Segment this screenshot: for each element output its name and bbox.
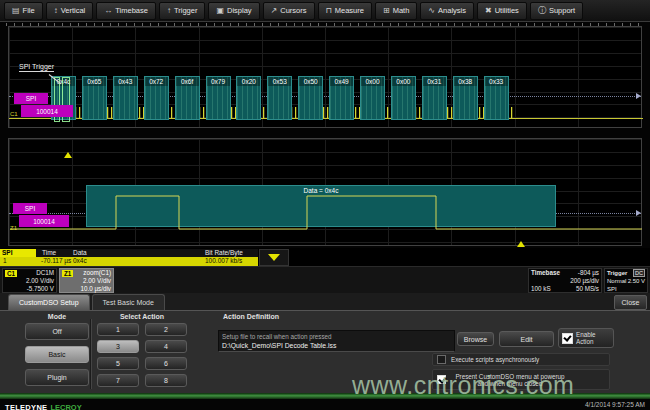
action-button[interactable]: 5 [97,357,139,370]
menu-item[interactable]: ↕ Vertical [46,2,94,20]
enable-action-control[interactable]: Enable Action [558,328,614,348]
mode-button[interactable]: Off [25,323,89,340]
present-menu-row[interactable]: Present CustomDSO menu at powerup and wh… [432,369,610,390]
timebase-descriptor[interactable]: Timebase-804 µs 200 µs/div 100 kS50 MS/s [528,268,602,293]
zoom-position-marker[interactable] [517,241,525,247]
execute-scripts-checkbox[interactable] [437,355,446,364]
trigger-mode: Normal [607,277,626,285]
dialog-tab[interactable]: CustomDSO Setup [8,294,90,310]
setup-file-field[interactable]: Setup file to recall when action pressed… [218,330,455,352]
spi-decode-byte: 0x31 [422,76,447,120]
action-button-grid: 12345678 [97,323,187,387]
present-menu-checkbox[interactable] [437,375,446,384]
spi-channel-id-badge[interactable]: 100014 [19,215,69,227]
menu-item[interactable]: ⊞ Math [375,2,417,20]
spi-decode-byte: 0x43 [113,76,138,120]
c1-offset: -5.7500 V [27,285,54,293]
action-button[interactable]: 6 [145,357,187,370]
menu-bar: ▤ File ↕ Vertical ↔ Timebase ↑ Trigger ▣… [0,0,650,22]
mode-section-title: Mode [25,313,89,320]
mode-button[interactable]: Basic [25,346,89,363]
close-button[interactable]: Close [614,295,647,310]
main-grid[interactable]: SPI Trigger 0x4c0x650x430x720x6f0x790x20… [8,26,642,128]
menu-item[interactable]: ⊓ Measure [318,2,372,20]
action-button[interactable]: 8 [145,374,187,387]
col-bitrate: Bit Rate/Byte [205,249,243,257]
descriptor-bar: C1DC1M 2.00 V/div -5.7500 V Z1zoom(C1) 2… [0,266,650,294]
decode-table-collapse-button[interactable] [259,249,289,266]
zoom-waveform-trace [9,139,643,247]
menu-label: Math [393,6,410,15]
menu-icon: ↑ [167,7,171,15]
dialog-tab[interactable]: Test Basic Mode [92,294,165,310]
spi-decode-byte: 0x6f [175,76,200,120]
menu-item[interactable]: ↗ Cursors [263,2,315,20]
c1-coupling: DC1M [36,269,54,277]
browse-button[interactable]: Browse [457,332,494,346]
spi-decode-byte: 0x00 [391,76,416,120]
edit-button[interactable]: Edit [499,331,554,347]
trigger-coupling-badge: DC [633,269,645,277]
decode-table-row[interactable]: 1 -70.117 µs 0x4c 100.007 kb/s [0,257,258,266]
menu-icon: ⊓ [326,7,332,15]
spi-channel-badge[interactable]: SPI [14,93,48,104]
z1-descriptor[interactable]: Z1zoom(C1) 2.00 V/div 10.0 µs/div [59,268,114,293]
action-button[interactable]: 2 [145,323,187,336]
status-bar: TELEDYNELECROY 4/1/2014 9:57:25 AM [0,399,650,410]
action-button[interactable]: 4 [145,340,187,353]
menu-item[interactable]: ▣ Display [208,2,259,20]
spi-channel-id-badge[interactable]: 100014 [21,105,73,117]
menu-label: Utilities [495,6,519,15]
menu-item[interactable]: ∿ Analysis [420,2,474,20]
menu-label: Cursors [280,6,306,15]
spi-decode-byte: 0x53 [267,76,292,120]
brand-lecroy: LECROY [50,403,81,410]
c1-descriptor[interactable]: C1DC1M 2.00 V/div -5.7500 V [2,268,57,293]
menu-label: Vertical [61,6,86,15]
zoom-grid[interactable]: Data = 0x4c SPI 100014 Z1 [8,138,642,246]
spi-decode-byte: 0x20 [236,76,261,120]
menu-item[interactable]: ↔ Timebase [96,2,156,20]
execute-scripts-row[interactable]: Execute scripts asynchronously [432,353,610,366]
menu-label: Timebase [115,6,148,15]
decode-table-channel-tag[interactable]: SPI [0,249,36,257]
row-data: 0x4c [73,257,87,265]
z1-ground-marker[interactable]: Z1 [10,225,17,231]
customdso-dialog: CustomDSO SetupTest Basic Mode Close Mod… [0,293,650,393]
spi-channel-badge[interactable]: SPI [13,203,47,214]
trigger-title: Trigger [607,269,627,277]
menu-item[interactable]: ⓘ Support [530,2,583,20]
menu-label: Display [227,6,252,15]
clock: 4/1/2014 9:57:25 AM [585,401,645,408]
timebase-delay: -804 µs [578,269,599,277]
menu-icon: ▣ [216,7,224,15]
waveform-display: SPI Trigger 0x4c0x650x430x720x6f0x790x20… [0,22,650,248]
z1-tag: Z1 [62,270,73,277]
action-button[interactable]: 1 [97,323,139,336]
enable-action-label: Enable Action [576,331,610,345]
menu-item[interactable]: ▤ File [4,2,43,20]
timebase-rate: 50 MS/s [576,285,599,293]
col-time: Time [42,249,56,257]
trigger-descriptor[interactable]: TriggerDC Normal2.50 V SPI [604,268,648,293]
mode-button[interactable]: Plugin [25,369,89,386]
action-button[interactable]: 7 [97,374,139,387]
spi-decode-row: 0x4c0x650x430x720x6f0x790x200x530x500x49… [9,27,641,127]
row-index: 1 [3,257,7,265]
timebase-title: Timebase [531,269,560,277]
dialog-tab-bar: CustomDSO SetupTest Basic Mode [0,293,650,311]
menu-icon: ⊞ [383,7,390,15]
row-bitrate: 100.007 kb/s [205,257,242,265]
action-button[interactable]: 3 [97,340,139,353]
menu-item[interactable]: ✖ Utilities [477,2,527,20]
oscilloscope-screen: ▤ File ↕ Vertical ↔ Timebase ↑ Trigger ▣… [0,0,650,410]
trigger-position-marker[interactable] [64,152,72,158]
menu-item[interactable]: ↑ Trigger [159,2,205,20]
c1-ground-marker[interactable]: C1 [10,111,18,117]
enable-action-checkbox[interactable] [562,333,573,344]
col-data: Data [73,249,87,257]
decode-table-header: SPI Time Data Bit Rate/Byte [0,249,258,257]
row-time: -70.117 µs [41,257,71,265]
spi-decode-table: SPI Time Data Bit Rate/Byte 1 -70.117 µs… [0,249,292,266]
menu-icon: ↗ [271,7,278,15]
